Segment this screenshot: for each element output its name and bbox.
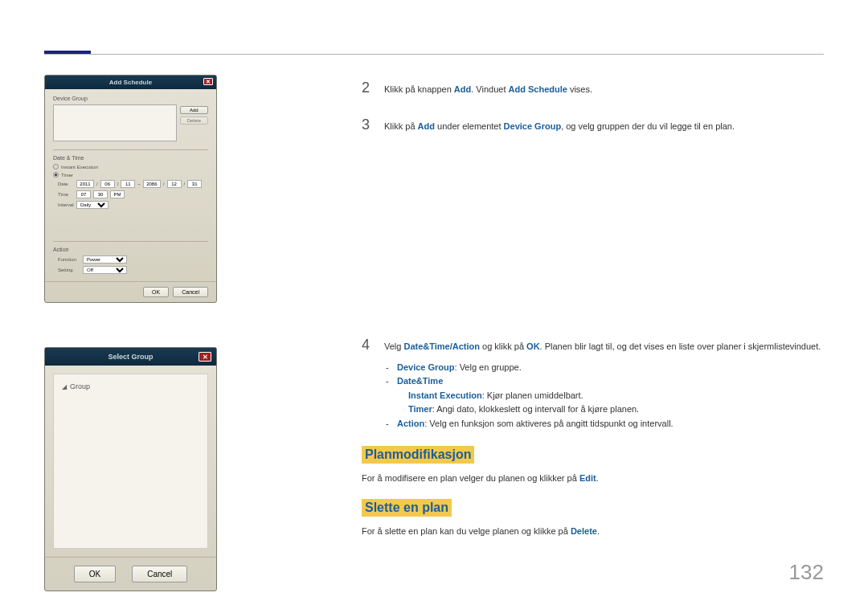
step-text: Velg Date&Time/Action og klikk på OK. Pl… [384, 337, 821, 354]
mod-paragraph: For å modifisere en plan velger du plane… [362, 472, 824, 485]
delete-keyword: Delete [571, 526, 597, 536]
date-year-end[interactable] [143, 180, 161, 188]
edit-keyword: Edit [579, 473, 596, 483]
ok-keyword: OK [526, 341, 540, 351]
device-group-label: Device Group [53, 96, 208, 101]
timer-radio[interactable] [53, 172, 59, 178]
instant-execution-label: Instant Execution [61, 165, 98, 170]
interval-label: Interval [58, 202, 74, 207]
add-keyword: Add [418, 121, 435, 131]
date-month-end[interactable] [167, 180, 182, 188]
dialog-title: Select Group [108, 353, 153, 361]
list-item: Instant Execution: Kjør planen umiddelba… [397, 389, 824, 403]
date-year-start[interactable] [76, 180, 94, 188]
slette-plan-heading: Slette en plan [362, 499, 452, 517]
time-ampm[interactable] [110, 190, 125, 198]
date-label: Date [58, 182, 74, 186]
datetime-action-keyword: Date&Time/Action [403, 341, 480, 351]
step-4: 4 Velg Date&Time/Action og klikk på OK. … [362, 337, 824, 354]
step-text: Klikk på Add under elementet Device Grou… [384, 116, 735, 134]
del-paragraph: For å slette en plan kan du velge planen… [362, 525, 824, 538]
group-label: Group [70, 382, 90, 390]
instant-execution-radio[interactable] [53, 164, 59, 170]
step-3: 3 Klikk på Add under elementet Device Gr… [362, 116, 824, 134]
timer-label: Timer [61, 173, 73, 178]
close-icon[interactable]: ✕ [203, 78, 213, 85]
header-divider [44, 54, 824, 55]
list-item: Device Group: Velg en gruppe. [386, 361, 824, 375]
cancel-button[interactable]: Cancel [173, 287, 208, 297]
planmodifikasjon-heading: Planmodifikasjon [362, 446, 474, 464]
device-group-keyword: Device Group [504, 121, 562, 131]
add-schedule-keyword: Add Schedule [509, 84, 567, 94]
ok-button[interactable]: OK [143, 287, 169, 297]
step-2: 2 Klikk på knappen Add. Vinduet Add Sche… [362, 80, 824, 97]
left-column: Add Schedule ✕ Device Group Add Delete D… [44, 75, 217, 613]
add-keyword: Add [454, 84, 471, 94]
dialog-titlebar: Add Schedule ✕ [45, 76, 216, 89]
tree-item-group[interactable]: ◢ Group [62, 382, 199, 390]
ok-button[interactable]: OK [74, 566, 116, 582]
step-text: Klikk på knappen Add. Vinduet Add Schedu… [384, 80, 592, 97]
dialog-titlebar: Select Group ✕ [45, 348, 216, 366]
add-button[interactable]: Add [180, 106, 208, 114]
datetime-label: Date & Time [53, 155, 208, 161]
detail-list: Device Group: Velg en gruppe. Date&Time … [386, 361, 824, 431]
setting-label: Setting [58, 268, 80, 272]
date-day-start[interactable] [121, 180, 135, 188]
interval-select[interactable]: Daily [76, 201, 108, 209]
right-column-bottom: 4 Velg Date&Time/Action og klikk på OK. … [362, 337, 824, 538]
function-select[interactable]: Power [83, 255, 127, 264]
setting-select[interactable]: Off [83, 266, 127, 274]
time-label: Time [58, 192, 74, 197]
close-icon[interactable]: ✕ [199, 352, 211, 362]
cancel-button[interactable]: Cancel [132, 566, 187, 582]
select-group-dialog: Select Group ✕ ◢ Group OK Cancel [44, 347, 217, 591]
step-number: 2 [362, 80, 373, 97]
dialog-title: Add Schedule [109, 79, 152, 86]
device-group-list[interactable] [53, 104, 177, 141]
time-hour[interactable] [76, 190, 91, 198]
delete-button[interactable]: Delete [180, 116, 208, 125]
add-schedule-dialog: Add Schedule ✕ Device Group Add Delete D… [44, 75, 217, 303]
step-number: 3 [362, 116, 373, 134]
list-item: Date&Time Instant Execution: Kjør planen… [386, 374, 824, 417]
action-label: Action [53, 247, 208, 252]
tree-expand-icon[interactable]: ◢ [62, 383, 67, 390]
time-min[interactable] [93, 190, 108, 198]
date-day-end[interactable] [187, 180, 202, 188]
list-item: Timer: Angi dato, klokkeslett og interva… [397, 403, 824, 417]
date-month-start[interactable] [100, 180, 115, 188]
list-item: Action: Velg en funksjon som aktiveres p… [386, 417, 824, 431]
page-number: 132 [789, 560, 824, 585]
sub-list: Instant Execution: Kjør planen umiddelba… [397, 389, 824, 417]
step-number: 4 [362, 337, 373, 354]
right-column-top: 2 Klikk på knappen Add. Vinduet Add Sche… [362, 80, 824, 153]
group-tree[interactable]: ◢ Group [53, 374, 208, 549]
function-label: Function [58, 257, 80, 262]
